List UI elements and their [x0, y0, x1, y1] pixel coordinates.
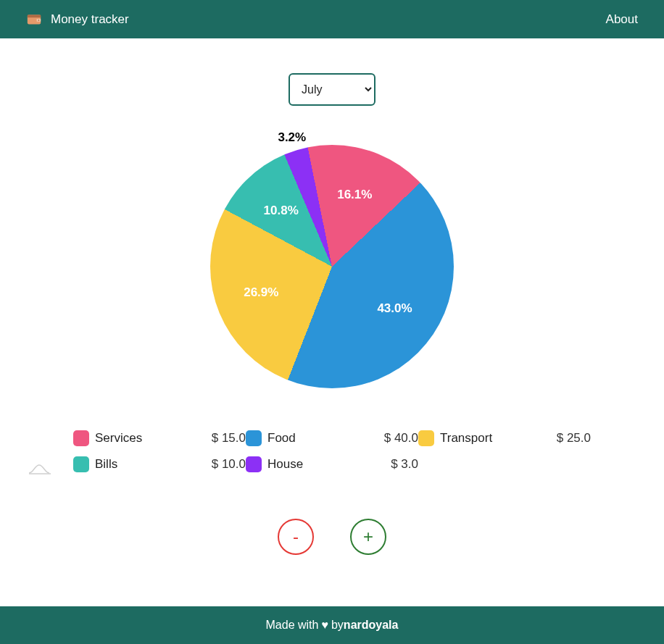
legend-name: Bills	[95, 457, 212, 472]
legend-item: Services$ 15.0	[73, 430, 246, 446]
actions: - +	[278, 519, 386, 555]
legend-swatch	[246, 456, 262, 472]
legend-swatch	[73, 456, 89, 472]
wallet-icon	[26, 12, 42, 28]
legend-name: House	[267, 457, 391, 472]
legend-item: Bills$ 10.0	[73, 456, 246, 472]
nav: About	[606, 12, 638, 27]
heart-icon: ♥	[321, 619, 328, 632]
legend-name: Food	[267, 431, 384, 446]
legend-swatch	[73, 430, 89, 446]
pie-chart: 16.1%43.0%26.9%10.8%3.2%	[210, 127, 454, 388]
legend-item: Transport$ 25.0	[418, 430, 591, 446]
footer-by: by	[331, 619, 344, 632]
pie-slice-label: 10.8%	[264, 204, 299, 218]
brand[interactable]: Money tracker	[26, 12, 129, 28]
legend-amount: $ 15.0	[212, 431, 246, 446]
legend-amount: $ 40.0	[384, 431, 418, 446]
svg-rect-1	[28, 14, 41, 17]
pie-slice-label: 3.2%	[278, 130, 306, 145]
nav-about[interactable]: About	[606, 12, 638, 26]
pie-slice-label: 43.0%	[377, 301, 412, 316]
month-select[interactable]: July	[289, 73, 375, 106]
brand-title: Money tracker	[51, 12, 129, 27]
pie-slice-label: 16.1%	[337, 188, 372, 202]
footer-author-link[interactable]: nardoyala	[344, 619, 399, 632]
legend-item: House$ 3.0	[246, 456, 418, 472]
legend-swatch	[418, 430, 434, 446]
add-button[interactable]: +	[350, 519, 386, 555]
legend-name: Transport	[440, 431, 557, 446]
svg-point-3	[38, 20, 40, 21]
pie	[210, 145, 454, 388]
month-select-wrap: July	[289, 73, 375, 106]
footer: Made with ♥ by nardoyala	[0, 606, 664, 644]
main: July 16.1%43.0%26.9%10.8%3.2% Services$ …	[0, 38, 664, 606]
footer-prefix: Made with	[266, 619, 319, 632]
legend-amount: $ 10.0	[212, 457, 246, 472]
legend: Services$ 15.0Food$ 40.0Transport$ 25.0B…	[73, 430, 591, 472]
subtract-button[interactable]: -	[278, 519, 314, 555]
legend-amount: $ 3.0	[391, 457, 418, 472]
app-header: Money tracker About	[0, 0, 664, 38]
legend-amount: $ 25.0	[557, 431, 591, 446]
pie-slice-label: 26.9%	[244, 285, 278, 300]
legend-swatch	[246, 430, 262, 446]
legend-item: Food$ 40.0	[246, 430, 418, 446]
legend-name: Services	[95, 431, 212, 446]
